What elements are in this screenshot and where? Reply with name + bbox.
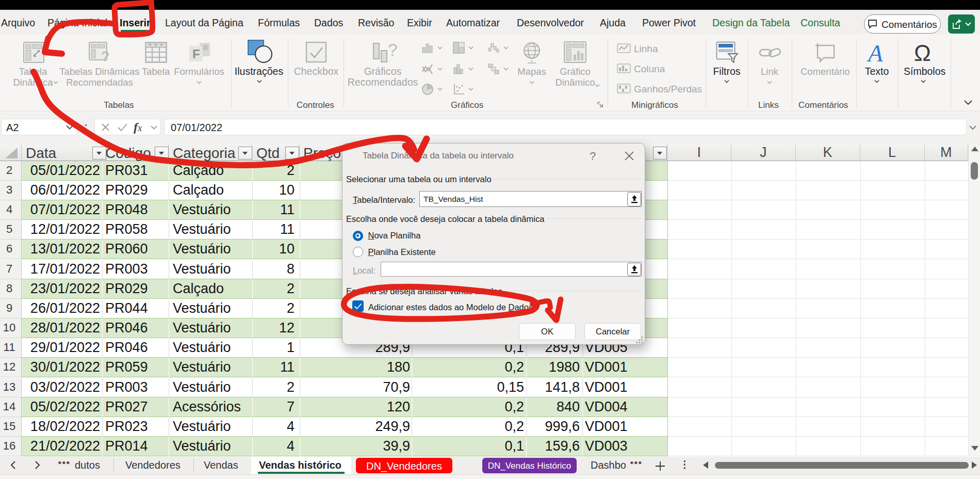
- svg-text:?: ?: [101, 49, 109, 63]
- svg-text:F: F: [192, 47, 200, 61]
- svg-text:?: ?: [388, 42, 397, 59]
